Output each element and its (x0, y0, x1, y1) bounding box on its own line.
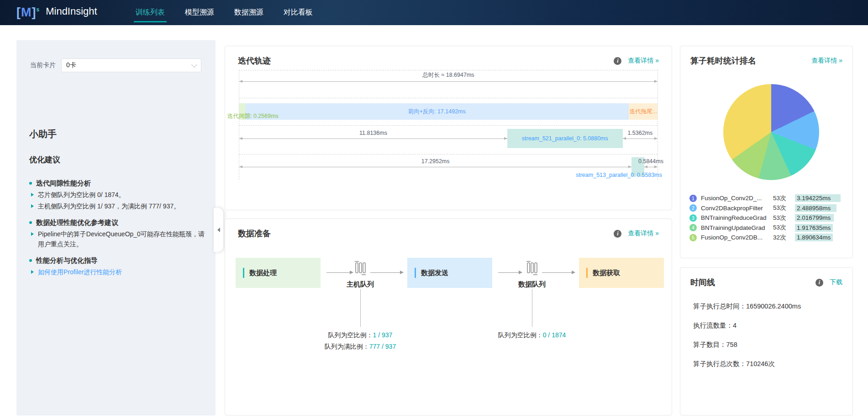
flow-step-data-process: 数据处理 (236, 258, 321, 288)
duration-arrow: 1.5362ms (623, 138, 658, 139)
step-trace-chart: 总时长 ≈ 18.6947ms 前向+反向: 17.1492ms 迭代拖尾:..… (239, 70, 658, 180)
queue-icon (353, 261, 367, 276)
phase-bars-row: 前向+反向: 17.1492ms 迭代拖尾:... (239, 103, 658, 120)
caret-right-icon (31, 232, 34, 236)
fp-bp-bar: 前向+反向: 17.1492ms (245, 103, 629, 120)
op-rank-title: 算子耗时统计排名 (690, 55, 756, 66)
timeline-download-link[interactable]: 下载 (830, 278, 842, 287)
sidebar-collapse-handle[interactable] (214, 208, 223, 252)
stream-513-label: stream_513_parallel_0: 0.5583ms (576, 172, 662, 178)
data-queue: 数据队列 (505, 261, 559, 289)
step-trace-title: 迭代轨迹 (238, 55, 271, 66)
iteration-gap-label: 迭代间隙: 0.2569ms (227, 112, 279, 120)
timeline-stats: 算子执行总时间：16590026.2400ms 执行流数量：4 算子数目：758… (693, 292, 801, 368)
timeline-panel: 时间线 i 下载 算子执行总时间：16590026.2400ms 执行流数量：4… (680, 267, 853, 415)
connector-line (532, 289, 532, 327)
host-queue: 主机队列 (333, 261, 388, 289)
logo-mark-icon: [M] (16, 5, 37, 20)
rank-row: 5 FusionOp_Conv2DB... 32次 1.890634ms (689, 233, 844, 243)
op-time-rank-panel: 算子耗时统计排名 查看详情 » 1 FusionOp_Conv2D_... 53… (680, 46, 853, 258)
card-select[interactable]: 0卡 (61, 58, 201, 72)
rank-badge: 4 (689, 224, 697, 231)
timeline-title: 时间线 (690, 277, 715, 288)
brand-title: MindInsight (46, 5, 97, 17)
flow-step-data-send: 数据发送 (407, 258, 492, 288)
caret-right-icon (31, 204, 34, 208)
step-trace-panel: 迭代轨迹 i 查看详情 » 总时长 ≈ 18.6947ms 前向+反向: 17.… (225, 46, 672, 210)
flow-arrow-icon (542, 272, 575, 273)
suggestions-title: 优化建议 (29, 154, 60, 165)
data-queue-stats: 队列为空比例：0 / 1874 (463, 330, 600, 341)
rank-badge: 3 (689, 214, 697, 222)
top-nav: [M] s MindInsight 训练列表 模型溯源 数据溯源 对比看板 (0, 0, 868, 25)
iteration-tail-bar: 迭代拖尾:... (629, 103, 658, 120)
queue-icon (525, 261, 539, 276)
data-preparation-detail-link[interactable]: 查看详情 » (628, 229, 659, 238)
rank-row: 3 BNTrainingReduceGrad 53次 2.016799ms (689, 213, 844, 223)
suggestions-list: 迭代间隙性能分析 芯片侧队列为空比例 0/ 1874。 主机侧队列为空比例 1/… (29, 172, 205, 277)
connector-line (360, 289, 361, 327)
duration-arrow: 0.5844ms (644, 167, 658, 167)
assistant-title: 小助手 (29, 128, 57, 140)
assistant-sidebar: 当前卡片 0卡 小助手 优化建议 迭代间隙性能分析 芯片侧队列为空比例 0/ 1… (16, 40, 216, 415)
profiler-guide-link[interactable]: 如何使用Profiler进行性能分析 (29, 267, 205, 277)
suggestion-item: 主机侧队列为空比例 1/ 937，为满比例 777/ 937。 (29, 201, 205, 211)
op-time-pie[interactable] (723, 84, 819, 180)
tab-training-list[interactable]: 训练列表 (126, 0, 175, 25)
data-preparation-title: 数据准备 (238, 228, 271, 239)
caret-right-icon (31, 193, 34, 197)
chevron-down-icon (191, 62, 197, 68)
card-select-value: 0卡 (66, 61, 76, 69)
stream-521-row: 11.8136ms stream_521_parallel_0: 5.0880m… (239, 129, 658, 148)
nav-tabs: 训练列表 模型溯源 数据溯源 对比看板 (126, 0, 323, 25)
rank-row: 4 BNTrainingUpdateGrad 53次 1.917635ms (689, 223, 844, 233)
caret-right-icon (31, 270, 34, 274)
step-trace-detail-link[interactable]: 查看详情 » (628, 57, 659, 65)
host-queue-stats: 队列为空比例：1 / 937 队列为满比例：777 / 937 (292, 330, 429, 352)
suggestion-group-title: 迭代间隙性能分析 (29, 178, 205, 188)
suggestion-group-title: 性能分析与优化指导 (29, 255, 205, 266)
suggestion-group-title: 数据处理性能优化参考建议 (29, 218, 205, 228)
rank-row: 2 Conv2DBackpropFilter 53次 2.488958ms (689, 203, 844, 213)
bullet-dot-icon (29, 259, 32, 262)
rank-badge: 5 (689, 234, 697, 241)
current-card-label: 当前卡片 (30, 61, 56, 69)
suggestion-item: Pipeline中的算子DeviceQueueOp_0可能存在性能瓶颈，请用户重… (29, 229, 205, 249)
tab-data-lineage[interactable]: 数据溯源 (224, 0, 274, 25)
rank-row: 1 FusionOp_Conv2D_... 53次 3.194225ms (689, 193, 844, 203)
bullet-dot-icon (29, 221, 32, 224)
rank-badge: 1 (689, 195, 697, 202)
info-icon[interactable]: i (614, 57, 621, 65)
op-rank-list: 1 FusionOp_Conv2D_... 53次 3.194225ms 2 C… (689, 193, 844, 243)
collapse-left-icon (217, 228, 220, 232)
tab-comparison-board[interactable]: 对比看板 (274, 0, 323, 25)
accent-bar (243, 268, 244, 278)
total-duration-arrow: 总时长 ≈ 18.6947ms (239, 81, 658, 82)
flow-step-data-fetch: 数据获取 (579, 258, 664, 288)
flow-arrow-icon (370, 272, 403, 273)
accent-bar (415, 268, 416, 278)
duration-arrow: 11.8136ms (239, 138, 507, 139)
op-rank-detail-link[interactable]: 查看详情 » (811, 57, 842, 65)
logo-superscript: s (37, 6, 40, 13)
data-preparation-panel: 数据准备 i 查看详情 » 数据处理 主机队列 数据发送 (225, 218, 672, 415)
bullet-dot-icon (29, 182, 32, 185)
info-icon[interactable]: i (614, 230, 621, 238)
total-duration-row: 总时长 ≈ 18.6947ms (239, 72, 658, 90)
duration-arrow: 17.2952ms (239, 167, 631, 167)
info-icon[interactable]: i (815, 279, 823, 287)
mindinsight-logo[interactable]: [M] s MindInsight (16, 5, 97, 20)
stream-521-box: stream_521_parallel_0: 5.0880ms (507, 129, 623, 148)
accent-bar (586, 268, 588, 278)
suggestion-item: 芯片侧队列为空比例 0/ 1874。 (29, 190, 205, 200)
rank-badge: 2 (689, 204, 697, 212)
tab-model-lineage[interactable]: 模型溯源 (175, 0, 224, 25)
